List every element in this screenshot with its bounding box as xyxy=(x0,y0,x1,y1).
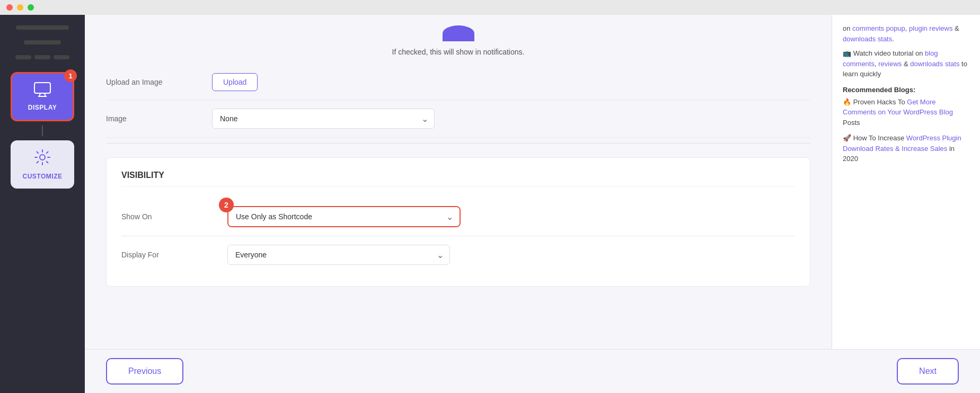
show-on-label: Show On xyxy=(121,212,227,221)
content-area: If checked, this will show in notificati… xyxy=(85,15,980,349)
center-panel: If checked, this will show in notificati… xyxy=(85,15,832,349)
blog-1-suffix: Posts xyxy=(843,119,860,127)
notification-text: If checked, this will show in notificati… xyxy=(392,48,525,56)
svg-rect-0 xyxy=(34,83,50,93)
gear-icon xyxy=(34,149,51,169)
sidebar-bar-row xyxy=(15,53,69,61)
right-panel: on comments popup, plugin reviews & down… xyxy=(832,15,980,349)
display-for-select-wrapper: Everyone Logged In Logged Out ⌄ xyxy=(227,245,450,265)
avatar-placeholder xyxy=(443,25,474,41)
app-layout: 1 DISPLAY xyxy=(0,15,980,393)
connector-line xyxy=(42,126,43,136)
image-label: Image xyxy=(106,114,212,123)
maximize-dot[interactable] xyxy=(28,4,34,11)
previous-button[interactable]: Previous xyxy=(106,358,183,385)
sidebar-item-customize[interactable]: CUSTOMIZE xyxy=(11,140,74,189)
svg-point-4 xyxy=(40,155,45,160)
close-dot[interactable] xyxy=(6,4,13,11)
show-on-select-wrapper: Use Only as Shortcode All Pages Home Pag… xyxy=(227,206,461,227)
show-on-row: Show On 2 Use Only as Shortcode All Page… xyxy=(121,198,795,236)
display-label: DISPLAY xyxy=(28,104,57,111)
blog-1-prefix: Proven Hacks To xyxy=(853,98,905,106)
plugin-reviews-link[interactable]: plugin reviews xyxy=(909,24,952,32)
sidebar-bar-1 xyxy=(16,25,69,30)
show-on-select[interactable]: Use Only as Shortcode All Pages Home Pag… xyxy=(228,207,460,226)
reviews-link[interactable]: reviews xyxy=(878,60,902,68)
minimize-dot[interactable] xyxy=(17,4,23,11)
sidebar-bar-tiny-1 xyxy=(15,55,31,59)
monitor-icon xyxy=(34,82,51,101)
right-panel-intro: on comments popup, plugin reviews & down… xyxy=(843,23,969,44)
main-content: If checked, this will show in notificati… xyxy=(85,15,980,393)
comments-popup-link[interactable]: comments popup xyxy=(852,24,905,32)
blog-1-emoji: 🔥 xyxy=(843,98,851,106)
sidebar-bar-2 xyxy=(24,40,61,44)
blog-2-emoji: 🚀 xyxy=(843,134,851,142)
footer-bar: Previous Next xyxy=(85,349,980,393)
titlebar xyxy=(0,0,980,15)
recommended-blogs-heading: Recommended Blogs: xyxy=(843,86,969,94)
image-select[interactable]: None xyxy=(212,109,435,129)
dl-stats-link[interactable]: downloads stats xyxy=(910,60,959,68)
blog-2-prefix: How To Increase xyxy=(853,134,905,142)
next-button[interactable]: Next xyxy=(897,358,959,385)
image-row: Image None ⌄ xyxy=(106,100,810,138)
sidebar-bar-tiny-3 xyxy=(54,55,69,59)
right-panel-video: 📺 Watch video tutorial on blog comments,… xyxy=(843,48,969,79)
blog-item-1: 🔥 Proven Hacks To Get More Comments on Y… xyxy=(843,97,969,128)
downloads-stats-link[interactable]: downloads stats xyxy=(843,35,892,43)
display-badge: 1 xyxy=(64,69,77,82)
upload-button[interactable]: Upload xyxy=(212,73,258,91)
sidebar-item-display[interactable]: 1 DISPLAY xyxy=(11,72,74,121)
sidebar-bar-tiny-2 xyxy=(34,55,50,59)
show-on-badge: 2 xyxy=(219,198,234,212)
display-for-label: Display For xyxy=(121,251,227,259)
upload-image-label: Upload an Image xyxy=(106,78,212,86)
visibility-section: VISIBILITY Show On 2 Use Only as Shortco… xyxy=(106,157,810,287)
sidebar: 1 DISPLAY xyxy=(0,15,85,393)
sidebar-nav: 1 DISPLAY xyxy=(0,72,85,189)
image-select-wrapper: None ⌄ xyxy=(212,109,435,129)
customize-label: CUSTOMIZE xyxy=(23,173,63,180)
blog-item-2: 🚀 How To Increase WordPress Plugin Downl… xyxy=(843,133,969,164)
show-on-container: 2 Use Only as Shortcode All Pages Home P… xyxy=(227,206,461,227)
upload-image-row: Upload an Image Upload xyxy=(106,65,810,100)
visibility-title: VISIBILITY xyxy=(121,171,795,187)
top-section: If checked, this will show in notificati… xyxy=(106,15,810,144)
display-for-row: Display For Everyone Logged In Logged Ou… xyxy=(121,236,795,273)
display-for-select[interactable]: Everyone Logged In Logged Out xyxy=(227,245,450,265)
